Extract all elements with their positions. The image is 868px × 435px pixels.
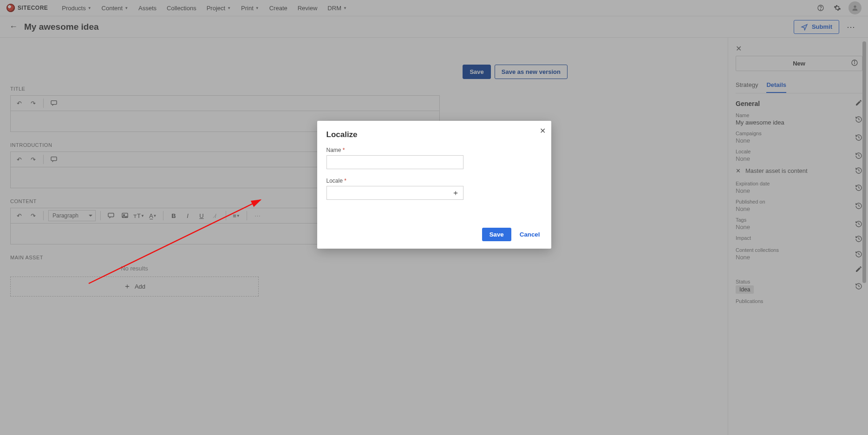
- label-text: Locale: [326, 178, 343, 184]
- modal-name-label: Name *: [326, 147, 542, 153]
- label-text: Name: [326, 147, 341, 153]
- modal-locale-label: Locale *: [326, 178, 542, 184]
- modal-save-button[interactable]: Save: [482, 228, 511, 241]
- modal-overlay: ✕ Localize Name * Locale * ＋ Save Cancel: [0, 0, 868, 435]
- modal-locale-input[interactable]: ＋: [326, 186, 463, 200]
- localize-modal: ✕ Localize Name * Locale * ＋ Save Cancel: [317, 121, 551, 249]
- modal-title: Localize: [326, 130, 542, 139]
- modal-actions: Save Cancel: [326, 228, 542, 241]
- required-asterisk: *: [343, 147, 345, 153]
- modal-name-input[interactable]: [326, 155, 463, 169]
- add-locale-icon[interactable]: ＋: [450, 188, 461, 198]
- close-modal-icon[interactable]: ✕: [540, 126, 546, 135]
- modal-cancel-button[interactable]: Cancel: [518, 228, 542, 241]
- required-asterisk: *: [344, 178, 346, 184]
